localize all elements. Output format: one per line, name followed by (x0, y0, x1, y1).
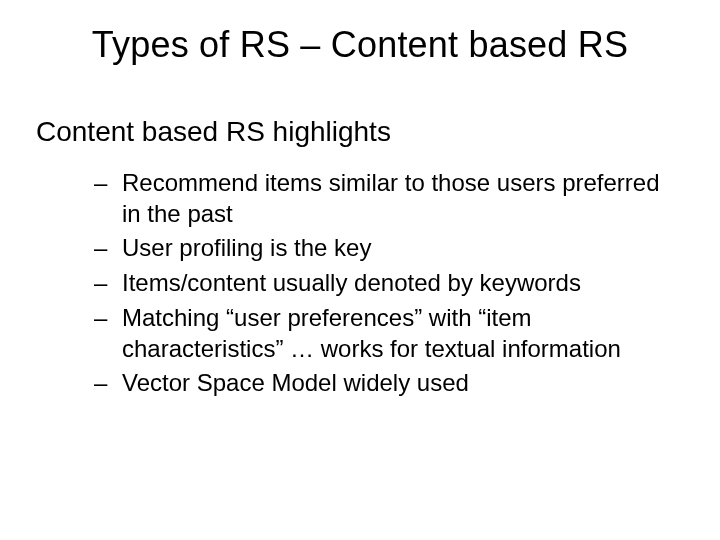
list-item: – Matching “user preferences” with “item… (94, 303, 660, 364)
bullet-dash-icon: – (94, 233, 122, 264)
bullet-dash-icon: – (94, 303, 122, 334)
list-item: – Recommend items similar to those users… (94, 168, 660, 229)
list-item: – Items/content usually denoted by keywo… (94, 268, 660, 299)
bullet-dash-icon: – (94, 168, 122, 199)
list-item-text: Vector Space Model widely used (122, 368, 660, 399)
bullet-dash-icon: – (94, 268, 122, 299)
bullet-list: – Recommend items similar to those users… (94, 168, 660, 403)
list-item-text: Recommend items similar to those users p… (122, 168, 660, 229)
slide: Types of RS – Content based RS Content b… (0, 0, 720, 540)
slide-title: Types of RS – Content based RS (0, 24, 720, 66)
list-item-text: Items/content usually denoted by keyword… (122, 268, 660, 299)
list-item: – Vector Space Model widely used (94, 368, 660, 399)
section-heading: Content based RS highlights (36, 116, 391, 148)
list-item: – User profiling is the key (94, 233, 660, 264)
list-item-text: User profiling is the key (122, 233, 660, 264)
list-item-text: Matching “user preferences” with “item c… (122, 303, 660, 364)
bullet-dash-icon: – (94, 368, 122, 399)
